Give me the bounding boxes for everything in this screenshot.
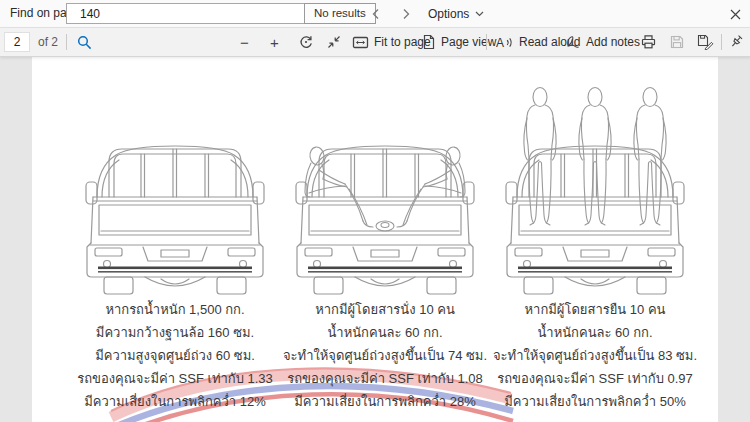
caption-line: จะทำให้จุดศูนย์ถ่วงสูงขึ้นเป็น 83 ซม. xyxy=(475,344,715,367)
find-previous-button[interactable] xyxy=(366,4,386,24)
find-options-label: Options xyxy=(428,7,469,21)
fit-width-toggle-button[interactable] xyxy=(326,28,342,56)
save-as-button[interactable] xyxy=(697,28,714,56)
rotate-icon xyxy=(298,34,314,50)
svg-text:A: A xyxy=(496,36,504,50)
caption-line: รถของคุณจะมีค่า SSF เท่ากับ 1.33 xyxy=(55,367,295,390)
toolbar-divider xyxy=(66,34,67,50)
collapse-arrows-icon xyxy=(326,34,342,50)
add-notes-button[interactable]: Add notes xyxy=(565,28,640,56)
truck-illustration-empty xyxy=(85,77,265,295)
page-view-icon xyxy=(421,34,436,50)
toolbar-divider xyxy=(721,34,722,50)
chevron-left-icon xyxy=(370,8,382,20)
find-results-badge: No results xyxy=(304,3,376,24)
page-view-label: Page view xyxy=(441,35,496,49)
save-button[interactable] xyxy=(669,28,685,56)
zoom-out-button[interactable]: − xyxy=(240,28,249,56)
caption-block-3: หากมีผู้โดยสารยืน 10 คน น้ำหนักคนละ 60 ก… xyxy=(475,298,715,413)
caption-line: น้ำหนักคนละ 60 กก. xyxy=(475,321,715,344)
caption-line: มีความสูงจุดศูนย์ถ่วง 60 ซม. xyxy=(55,344,295,367)
minus-icon: − xyxy=(240,34,249,51)
document-canvas[interactable]: หากรถน้ำหนัก 1,500 กก. มีความกว้างฐานล้อ… xyxy=(0,56,750,422)
truck-illustration-passengers-sitting xyxy=(295,77,475,295)
find-bar: Find on page No results Options xyxy=(0,0,750,28)
find-input[interactable] xyxy=(66,3,309,24)
search-icon xyxy=(76,34,93,51)
toolbar-divider xyxy=(486,34,487,50)
caption-line: มีความเสี่ยงในการพลิกคว่ำ 12% xyxy=(55,390,295,413)
pdf-page: หากรถน้ำหนัก 1,500 กก. มีความกว้างฐานล้อ… xyxy=(32,56,718,422)
print-icon xyxy=(640,34,657,50)
page-number-input[interactable] xyxy=(4,32,30,52)
save-icon xyxy=(669,34,685,50)
add-notes-label: Add notes xyxy=(586,35,640,49)
caption-line: มีความเสี่ยงในการพลิกคว่ำ 50% xyxy=(475,390,715,413)
chevron-right-icon xyxy=(400,8,412,20)
save-as-icon xyxy=(697,34,714,50)
plus-icon: + xyxy=(270,34,279,51)
caption-line: มีความเสี่ยงในการพลิกคว่ำ 28% xyxy=(265,390,505,413)
pin-toolbar-button[interactable] xyxy=(728,28,744,56)
truck-illustration-passengers-standing xyxy=(505,77,685,295)
read-aloud-icon: A xyxy=(496,35,514,50)
caption-line: หากมีผู้โดยสารยืน 10 คน xyxy=(475,298,715,321)
pen-icon xyxy=(565,35,581,50)
caption-line: รถของคุณจะมีค่า SSF เท่ากับ 0.97 xyxy=(475,367,715,390)
caption-line: น้ำหนักคนละ 60 กก. xyxy=(265,321,505,344)
caption-block-1: หากรถน้ำหนัก 1,500 กก. มีความกว้างฐานล้อ… xyxy=(55,298,295,413)
search-document-button[interactable] xyxy=(76,28,93,56)
caption-line: รถของคุณจะมีค่า SSF เท่ากับ 1.08 xyxy=(265,367,505,390)
fit-to-page-icon xyxy=(352,35,369,50)
pdf-toolbar: of 2 − + xyxy=(0,28,750,57)
close-icon xyxy=(730,9,741,20)
page-count-label: of 2 xyxy=(38,28,58,56)
print-button[interactable] xyxy=(640,28,657,56)
find-next-button[interactable] xyxy=(396,4,416,24)
chevron-down-icon xyxy=(475,11,484,17)
caption-line: มีความกว้างฐานล้อ 160 ซม. xyxy=(55,321,295,344)
caption-line: หากมีผู้โดยสารนั่ง 10 คน xyxy=(265,298,505,321)
caption-line: จะทำให้จุดศูนย์ถ่วงสูงขึ้นเป็น 74 ซม. xyxy=(265,344,505,367)
zoom-in-button[interactable]: + xyxy=(270,28,279,56)
rotate-button[interactable] xyxy=(298,28,314,56)
find-options-button[interactable]: Options xyxy=(428,0,484,27)
find-close-button[interactable] xyxy=(724,3,746,25)
caption-line: หากรถน้ำหนัก 1,500 กก. xyxy=(55,298,295,321)
pin-icon xyxy=(728,34,744,50)
caption-block-2: หากมีผู้โดยสารนั่ง 10 คน น้ำหนักคนละ 60 … xyxy=(265,298,505,413)
pdf-viewer-window: Find on page No results Options xyxy=(0,0,750,422)
fit-to-page-button[interactable]: Fit to page xyxy=(352,28,431,56)
